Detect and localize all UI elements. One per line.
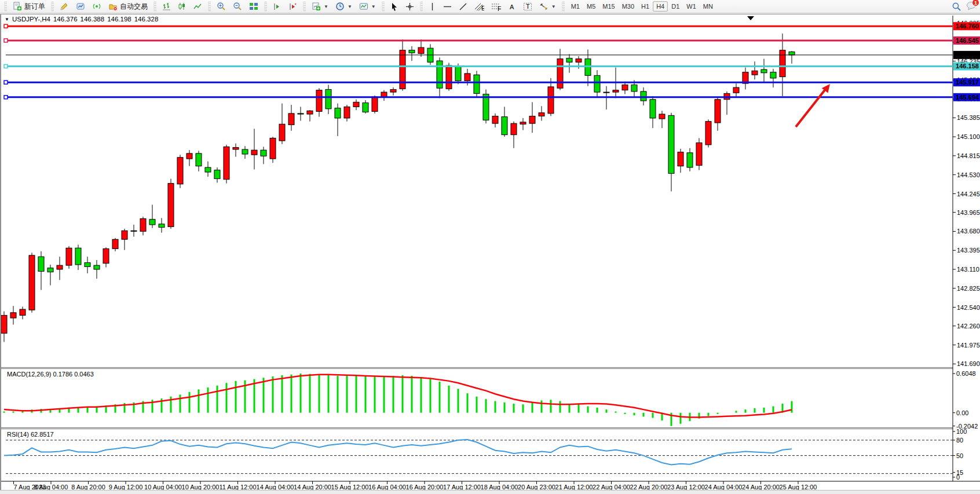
auto-trading-icon bbox=[108, 2, 118, 11]
svg-text:100: 100 bbox=[956, 428, 967, 435]
zoom-out-button[interactable] bbox=[230, 1, 245, 12]
text-icon: A bbox=[508, 2, 516, 11]
svg-text:MACD(12,26,9) 0.1786 0.0463: MACD(12,26,9) 0.1786 0.0463 bbox=[7, 371, 94, 378]
cursor-tool[interactable] bbox=[387, 1, 401, 12]
arrows-dropdown[interactable]: ▼ bbox=[536, 1, 559, 12]
fibonacci-tool[interactable]: F bbox=[488, 1, 504, 12]
candle bbox=[103, 248, 109, 263]
svg-text:50: 50 bbox=[956, 452, 963, 459]
candle bbox=[38, 257, 44, 271]
timeframe-w1[interactable]: W1 bbox=[683, 1, 700, 12]
ohlc-close: 146.328 bbox=[134, 16, 159, 23]
notifications-button[interactable]: 1 bbox=[966, 1, 977, 13]
clock-icon bbox=[335, 2, 345, 11]
chart-symbol: USDJPY-,H4 bbox=[12, 16, 50, 23]
candle bbox=[66, 248, 72, 265]
candle bbox=[502, 117, 507, 135]
candle bbox=[770, 72, 776, 78]
line-chart-icon bbox=[193, 2, 202, 11]
candle bbox=[733, 87, 739, 93]
indicators-dropdown[interactable]: ▼ bbox=[309, 1, 331, 12]
svg-text:0.6048: 0.6048 bbox=[956, 370, 976, 377]
candle bbox=[604, 92, 609, 93]
timeframe-mn[interactable]: MN bbox=[700, 1, 716, 12]
auto-scroll-button[interactable] bbox=[270, 1, 284, 12]
candle bbox=[57, 265, 63, 269]
vline-tool[interactable] bbox=[426, 1, 439, 12]
candle bbox=[390, 89, 396, 92]
hline-icon bbox=[443, 2, 452, 11]
bar-chart-button[interactable] bbox=[159, 1, 174, 12]
candlestick-chart-button[interactable] bbox=[175, 1, 189, 12]
candle bbox=[687, 153, 693, 167]
crosshair-tool[interactable] bbox=[403, 1, 417, 12]
svg-text:144.530: 144.530 bbox=[957, 171, 980, 178]
tile-windows-button[interactable] bbox=[246, 1, 261, 12]
candle bbox=[622, 85, 628, 90]
styler-button[interactable] bbox=[57, 1, 72, 12]
signals-button[interactable] bbox=[89, 1, 104, 12]
line-anchor-handle[interactable] bbox=[4, 96, 8, 99]
chart-ohlc-header: ▼ USDJPY-,H4 146.376 146.388 146.198 146… bbox=[5, 16, 158, 23]
chart-shift-icon bbox=[288, 2, 297, 11]
candle bbox=[214, 170, 220, 179]
candle bbox=[520, 122, 526, 124]
candle bbox=[752, 71, 758, 75]
templates-dropdown[interactable]: ▼ bbox=[356, 1, 379, 12]
timeframe-m30[interactable]: M30 bbox=[619, 1, 638, 12]
candle bbox=[363, 103, 368, 112]
candle bbox=[631, 85, 637, 92]
line-anchor-handle[interactable] bbox=[4, 64, 8, 68]
arrows-tool-icon bbox=[539, 2, 548, 11]
candle bbox=[465, 74, 470, 81]
hline-tool[interactable] bbox=[440, 1, 455, 12]
annotation-arrow[interactable] bbox=[796, 89, 826, 127]
candle bbox=[112, 239, 118, 248]
svg-text:146.328: 146.328 bbox=[956, 52, 979, 58]
svg-text:T: T bbox=[526, 3, 530, 10]
timeframe-h1[interactable]: H1 bbox=[638, 1, 653, 12]
svg-text:146.760: 146.760 bbox=[956, 23, 979, 30]
timeframe-m1[interactable]: M1 bbox=[568, 1, 583, 12]
chart-window: ▼ USDJPY-,H4 146.376 146.388 146.198 146… bbox=[0, 14, 980, 490]
symbol-dropdown-icon[interactable]: ▼ bbox=[5, 17, 9, 22]
periods-dropdown[interactable]: ▼ bbox=[332, 1, 355, 12]
timeframe-d1[interactable]: D1 bbox=[668, 1, 683, 12]
line-chart-button[interactable] bbox=[191, 1, 205, 12]
profiles-button[interactable] bbox=[73, 1, 88, 12]
ohlc-open: 146.376 bbox=[53, 16, 78, 23]
candle bbox=[288, 114, 294, 125]
candle bbox=[696, 143, 702, 166]
channel-tool[interactable]: E bbox=[471, 1, 487, 12]
zoom-out-icon bbox=[233, 2, 242, 11]
search-icon[interactable] bbox=[952, 2, 961, 12]
label-tool[interactable]: T bbox=[520, 1, 535, 12]
svg-text:E: E bbox=[481, 5, 484, 11]
cursor-icon bbox=[390, 2, 398, 11]
svg-text:143.110: 143.110 bbox=[957, 266, 979, 273]
price-chart-canvas[interactable]: 146.805146.520146.235145.950145.665145.3… bbox=[1, 14, 980, 491]
candle bbox=[205, 167, 211, 172]
candle bbox=[122, 230, 127, 239]
line-anchor-handle[interactable] bbox=[4, 24, 8, 28]
svg-text:A: A bbox=[510, 3, 514, 10]
zoom-in-button[interactable] bbox=[214, 1, 229, 12]
candle bbox=[149, 219, 155, 225]
line-anchor-handle[interactable] bbox=[4, 80, 8, 84]
line-anchor-handle[interactable] bbox=[4, 39, 8, 42]
equidistant-channel-icon: E bbox=[474, 2, 484, 11]
new-order-button[interactable]: 新订单 bbox=[10, 1, 48, 12]
trendline-tool[interactable] bbox=[456, 1, 470, 12]
timeframe-m15[interactable]: M15 bbox=[599, 1, 618, 12]
timeframe-m5[interactable]: M5 bbox=[583, 1, 599, 12]
auto-trading-button[interactable]: 自动交易 bbox=[105, 1, 151, 12]
candle bbox=[10, 313, 16, 318]
chart-shift-button[interactable] bbox=[286, 1, 300, 12]
timeframe-h4[interactable]: H4 bbox=[653, 1, 668, 12]
macd-signal-line bbox=[4, 375, 792, 418]
svg-text:0.00: 0.00 bbox=[956, 409, 968, 416]
candle bbox=[761, 69, 767, 73]
text-tool[interactable]: A bbox=[505, 1, 519, 12]
candle bbox=[85, 263, 90, 267]
candle bbox=[594, 75, 600, 92]
